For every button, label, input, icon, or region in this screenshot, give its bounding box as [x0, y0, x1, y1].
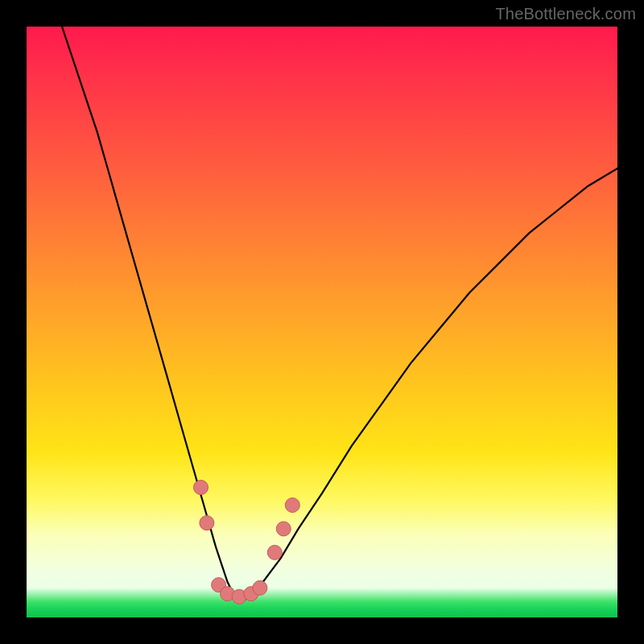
marker-right-mid	[276, 522, 291, 536]
marker-valley-5	[253, 580, 267, 595]
marker-right-lower	[267, 545, 282, 559]
marker-group	[194, 481, 300, 605]
marker-left-lower	[200, 516, 214, 530]
marker-left-upper	[194, 481, 208, 495]
watermark-text: TheBottleneck.com	[495, 5, 636, 23]
chart-frame: TheBottleneck.com	[0, 0, 644, 644]
chart-overlay	[27, 27, 617, 617]
marker-right-upper	[285, 498, 299, 513]
curve-group	[62, 27, 617, 600]
bottleneck-curve	[62, 27, 617, 600]
